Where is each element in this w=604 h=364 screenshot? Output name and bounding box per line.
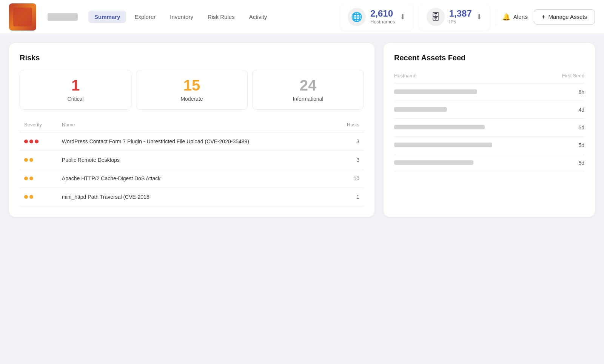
- list-item: 8h: [394, 83, 584, 101]
- table-row: WordPress Contact Form 7 Plugin - Unrest…: [20, 132, 364, 151]
- nav-tabs: Summary Explorer Inventory Risk Rules Ac…: [88, 11, 273, 23]
- risk-name[interactable]: mini_httpd Path Traversal (CVE-2018-: [57, 188, 334, 206]
- hostname-cell: [394, 83, 549, 101]
- download-hostnames-icon[interactable]: ⬇: [400, 13, 405, 21]
- globe-icon: 🌐: [348, 8, 366, 26]
- first-seen-time: 5d: [549, 154, 584, 172]
- severity-dots: [24, 195, 53, 199]
- risk-card-critical: 1 Critical: [20, 70, 131, 110]
- severity-cell: [20, 132, 57, 151]
- first-seen-time: 5d: [549, 137, 584, 154]
- col-first-seen: First Seen: [549, 70, 584, 83]
- feed-table: Hostname First Seen 8h 4d: [394, 70, 584, 172]
- table-row: mini_httpd Path Traversal (CVE-2018- 1: [20, 188, 364, 206]
- dot-moderate: [29, 158, 33, 162]
- severity-dots: [24, 158, 53, 162]
- hostnames-info: 2,610 Hostnames: [370, 9, 395, 25]
- alerts-button[interactable]: 🔔 Alerts: [502, 13, 528, 21]
- list-item: 4d: [394, 101, 584, 119]
- tab-summary[interactable]: Summary: [88, 11, 126, 23]
- hostname-cell: [394, 154, 549, 172]
- risk-table: Severity Name Hosts WordPress Contac: [20, 119, 364, 206]
- hostname-blurred: [394, 89, 477, 94]
- critical-count: 1: [28, 78, 123, 93]
- col-severity: Severity: [20, 119, 57, 132]
- header-top: Summary Explorer Inventory Risk Rules Ac…: [0, 0, 604, 34]
- moderate-label: Moderate: [144, 96, 240, 102]
- severity-cell: [20, 151, 57, 169]
- risk-card-moderate: 15 Moderate: [136, 70, 248, 110]
- hostname-blurred: [394, 160, 473, 165]
- list-item: 5d: [394, 154, 584, 172]
- stat-ips: 🗄 1,387 IPs ⬇: [419, 3, 490, 31]
- ips-info: 1,387 IPs: [449, 9, 472, 25]
- list-item: 5d: [394, 137, 584, 154]
- risk-name[interactable]: WordPress Contact Form 7 Plugin - Unrest…: [57, 132, 334, 151]
- list-item: 5d: [394, 119, 584, 137]
- risks-panel: Risks 1 Critical 15 Moderate 24 Informat…: [9, 43, 374, 217]
- col-hostname: Hostname: [394, 70, 549, 83]
- hostname-cell: [394, 119, 549, 137]
- severity-cell: [20, 188, 57, 206]
- plus-icon: +: [542, 14, 545, 20]
- informational-count: 24: [260, 78, 356, 93]
- informational-label: Informational: [260, 96, 356, 102]
- first-seen-time: 8h: [549, 83, 584, 101]
- stat-hostnames: 🌐 2,610 Hostnames ⬇: [340, 3, 413, 31]
- severity-dots: [24, 177, 53, 180]
- hostname-blurred: [394, 125, 485, 129]
- dot-critical: [35, 140, 39, 143]
- table-row: Apache HTTP/2 Cache-Digest DoS Attack 10: [20, 169, 364, 188]
- feed-title: Recent Assets Feed: [394, 54, 584, 62]
- risk-hosts: 3: [333, 132, 364, 151]
- risk-hosts: 3: [333, 151, 364, 169]
- dot-critical: [24, 140, 28, 143]
- divider: [496, 9, 496, 25]
- dot-moderate: [24, 177, 28, 180]
- hostname-cell: [394, 137, 549, 154]
- first-seen-time: 5d: [549, 119, 584, 137]
- dot-moderate: [24, 158, 28, 162]
- hostname-cell: [394, 101, 549, 119]
- hostname-blurred: [394, 143, 492, 147]
- hostnames-count: 2,610: [370, 9, 395, 18]
- manage-assets-button[interactable]: + Manage Assets: [534, 9, 595, 25]
- database-icon: 🗄: [427, 8, 445, 26]
- ips-label: IPs: [449, 19, 472, 25]
- critical-label: Critical: [28, 96, 123, 102]
- feed-panel: Recent Assets Feed Hostname First Seen 8…: [384, 43, 595, 217]
- risks-title: Risks: [20, 54, 364, 62]
- manage-assets-label: Manage Assets: [548, 14, 587, 20]
- logo: [9, 3, 36, 31]
- col-hosts: Hosts: [333, 119, 364, 132]
- ips-count: 1,387: [449, 9, 472, 18]
- table-row: Public Remote Desktops 3: [20, 151, 364, 169]
- bell-icon: 🔔: [502, 13, 510, 21]
- risk-hosts: 1: [333, 188, 364, 206]
- risk-hosts: 10: [333, 169, 364, 188]
- risk-name[interactable]: Public Remote Desktops: [57, 151, 334, 169]
- tab-activity[interactable]: Activity: [243, 11, 273, 23]
- dot-moderate: [29, 177, 33, 180]
- alerts-label: Alerts: [513, 14, 528, 20]
- tab-explorer[interactable]: Explorer: [128, 11, 162, 23]
- risk-name[interactable]: Apache HTTP/2 Cache-Digest DoS Attack: [57, 169, 334, 188]
- dot-critical: [29, 140, 33, 143]
- tab-risk-rules[interactable]: Risk Rules: [202, 11, 241, 23]
- hostname-blurred: [394, 107, 447, 112]
- logo-company: [9, 3, 78, 31]
- risk-card-informational: 24 Informational: [252, 70, 364, 110]
- download-ips-icon[interactable]: ⬇: [476, 13, 482, 21]
- dot-moderate: [24, 195, 28, 199]
- company-name: [48, 13, 78, 21]
- hostnames-label: Hostnames: [370, 19, 395, 25]
- col-name: Name: [57, 119, 334, 132]
- tab-inventory[interactable]: Inventory: [164, 11, 199, 23]
- moderate-count: 15: [144, 78, 240, 93]
- first-seen-time: 4d: [549, 101, 584, 119]
- severity-dots: [24, 140, 53, 143]
- risk-summary: 1 Critical 15 Moderate 24 Informational: [20, 70, 364, 110]
- severity-cell: [20, 169, 57, 188]
- dot-moderate: [29, 195, 33, 199]
- main-content: Risks 1 Critical 15 Moderate 24 Informat…: [0, 34, 604, 226]
